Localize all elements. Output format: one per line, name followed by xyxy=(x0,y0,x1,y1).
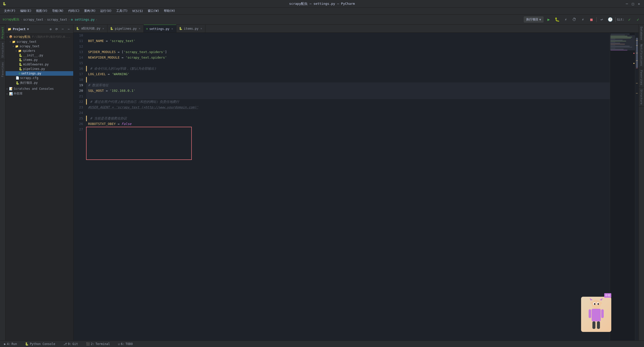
window-title: scrapy配虫 – settings.py – PyCharm xyxy=(289,2,355,6)
code-line-26: ROBOTSTXT_OBEY = False xyxy=(86,121,610,127)
menu-run[interactable]: 运行(U) xyxy=(98,8,114,14)
cfg-file-icon: 📄 xyxy=(16,76,19,80)
tree-item-middlewares[interactable]: 🐍 middlewares.py xyxy=(6,62,73,67)
scroll-marker-error xyxy=(636,68,638,68)
tab-items-label: items.py xyxy=(184,27,199,30)
menu-tools[interactable]: 工具(T) xyxy=(114,8,130,14)
line-num-10: 10 xyxy=(73,33,83,38)
breadcrumb-scrapy-text2[interactable]: scrapy_text xyxy=(47,18,67,21)
subfolder-arrow: ▾ xyxy=(13,45,14,48)
debug-button[interactable]: 🐛 xyxy=(554,16,561,23)
code-line-18 xyxy=(86,77,610,82)
tab-settings-close[interactable]: ✕ xyxy=(171,27,174,31)
profile-button[interactable]: ⏱ xyxy=(571,16,578,23)
code-editor[interactable]: BOT_NAME = 'scrapy_text' SPIDER_MODULES … xyxy=(86,33,610,340)
tree-item-root[interactable]: ▾ 📦 scrapy配虫 F:\我的大学\项目代码\未... xyxy=(6,34,73,39)
tree-item-external[interactable]: ▸ 📊 外部库 xyxy=(6,91,73,96)
tree-item-items[interactable]: 🐍 items.py xyxy=(6,58,73,62)
menu-window[interactable]: 窗口(W) xyxy=(146,8,161,14)
tree-item-scratches[interactable]: ▸ 📝 Scratches and Consoles xyxy=(6,86,73,91)
stop-button[interactable]: ■ xyxy=(588,16,595,23)
editor-content[interactable]: 10 11 12 13 14 15 16 17 18 19 20 21 22 2… xyxy=(73,33,638,340)
tab-yanguang-close[interactable]: ✕ xyxy=(102,27,105,30)
line-num-22: 22 xyxy=(73,99,83,105)
tab-yanguang[interactable]: 🐍 a阳光问政.py ✕ xyxy=(73,25,107,32)
history-button[interactable]: 🕐 xyxy=(607,16,614,23)
line-num-24: 24 xyxy=(73,110,83,116)
coverage-button[interactable]: ⚡ xyxy=(562,16,569,23)
run-config-selector[interactable]: 执行项目 ▼ xyxy=(524,16,544,23)
warning-marker-1 xyxy=(633,63,634,64)
editor-scrollbar[interactable] xyxy=(635,33,638,340)
tree-label-scrapy-text: scrapy_text xyxy=(16,40,36,44)
structure-right-tab[interactable]: Structure xyxy=(639,88,644,107)
tab-items[interactable]: 🐍 items.py ✕ xyxy=(176,25,205,32)
tree-item-run[interactable]: 🐍 执行项目.py xyxy=(6,80,73,85)
settings-gear-icon[interactable]: ⚙ xyxy=(48,27,53,32)
code-token-robotstxt: ROBOTSTXT_OBEY xyxy=(88,121,116,127)
tree-item-pipelines[interactable]: 🐍 pipelines.py xyxy=(6,67,73,71)
minimize-button[interactable]: ─ xyxy=(624,1,629,6)
menu-view[interactable]: 视图(V) xyxy=(34,8,50,14)
tree-label-external: 外部库 xyxy=(14,92,23,96)
menu-navigate[interactable]: 导航(N) xyxy=(50,8,66,14)
menu-edit[interactable]: 编辑(E) xyxy=(18,8,34,14)
git-check-btn[interactable]: ✓ xyxy=(626,16,633,23)
menu-file[interactable]: 文件(F) xyxy=(2,8,18,14)
favorites-right-tab[interactable]: Favorites xyxy=(639,68,644,88)
run-tab[interactable]: ▶ 4: Run xyxy=(2,341,19,346)
maximize-button[interactable]: □ xyxy=(630,1,635,6)
anime-svg xyxy=(584,298,609,331)
tab-items-icon: 🐍 xyxy=(179,27,182,30)
breadcrumb-scrapy-text1[interactable]: scrapy_text xyxy=(23,18,43,21)
tab-pipelines[interactable]: 🐍 pipelines.py ✕ xyxy=(107,25,144,32)
tab-items-close[interactable]: ✕ xyxy=(200,27,203,30)
force-run-button[interactable]: ⚡ xyxy=(579,16,586,23)
todo-tab[interactable]: ☑ 6: TODO xyxy=(116,341,135,346)
code-line-19: # 数据库地址 xyxy=(86,82,610,88)
minimap-viewport xyxy=(610,35,635,50)
project-side-tab[interactable]: Project xyxy=(0,25,5,40)
terminal-tab[interactable]: ⬛ 2: Terminal xyxy=(84,341,112,346)
menu-help[interactable]: 帮助(H) xyxy=(162,8,177,14)
tree-item-scrapy-cfg[interactable]: 📄 scrapy.cfg xyxy=(6,76,73,80)
tab-yanguang-label: a阳光问政.py xyxy=(81,26,100,31)
folder-expand-arrow: ▾ xyxy=(7,36,8,38)
notifications-tab[interactable]: Notifications xyxy=(639,42,644,68)
tree-item-scrapy-text2[interactable]: ▾ 📁 scrapy_text xyxy=(6,44,73,49)
project-header-icons: ⚙ ⟳ ─ ⋯ xyxy=(48,27,71,32)
line-num-21: 21 xyxy=(73,94,83,99)
menu-vcs[interactable]: VCS(S) xyxy=(130,9,145,14)
python-console-tab[interactable]: 🐍 Python Console xyxy=(23,341,57,346)
code-line-23: #USER_AGENT = 'scrapy_text (+http://www.… xyxy=(86,105,610,110)
project-dropdown-icon[interactable]: ▼ xyxy=(27,27,29,31)
structure-side-tab[interactable]: Structure xyxy=(0,40,5,60)
minimap-line-1 xyxy=(611,34,630,34)
menu-refactor[interactable]: 重构(R) xyxy=(82,8,98,14)
tree-item-scrapy-text[interactable]: ▾ 📁 scrapy_text xyxy=(6,39,73,44)
menu-code[interactable]: 代码(C) xyxy=(66,8,82,14)
close-button[interactable]: ✕ xyxy=(636,1,641,6)
scroll-marker-4 xyxy=(636,60,638,61)
breadcrumb-sep3: › xyxy=(68,18,70,21)
tree-label-items: items.py xyxy=(23,58,38,62)
revert-button[interactable]: ↩ xyxy=(598,16,605,23)
tab-pipelines-close[interactable]: ✕ xyxy=(138,27,141,30)
breadcrumb-scrapy[interactable]: scrapy配虫 xyxy=(3,17,19,22)
tree-item-init[interactable]: 🐍 __init__.py xyxy=(6,53,73,58)
breadcrumb-settings[interactable]: ⚙ settings.py xyxy=(71,18,95,21)
anime-eye-right-iris xyxy=(597,303,599,305)
tree-item-spiders[interactable]: ▸ 📁 spiders xyxy=(6,49,73,53)
anime-ear-right xyxy=(600,302,602,304)
sync-icon[interactable]: ⟳ xyxy=(54,27,59,32)
tree-item-settings[interactable]: ⚙ settings.py xyxy=(6,71,73,76)
database-tab[interactable]: Database xyxy=(639,25,644,42)
panel-options-icon[interactable]: ⋯ xyxy=(66,27,71,32)
run-button[interactable]: ▶ xyxy=(545,16,552,23)
tab-settings[interactable]: ⚙ settings.py ✕ xyxy=(144,25,176,32)
collapse-icon[interactable]: ─ xyxy=(60,27,65,32)
favorites-side-tab[interactable]: Favorites xyxy=(0,60,5,79)
git-push-btn[interactable]: ✓ xyxy=(634,16,641,23)
tree-item-label: scrapy配虫 xyxy=(13,35,30,39)
git-tab[interactable]: ⎇ 9: Git xyxy=(61,341,80,346)
